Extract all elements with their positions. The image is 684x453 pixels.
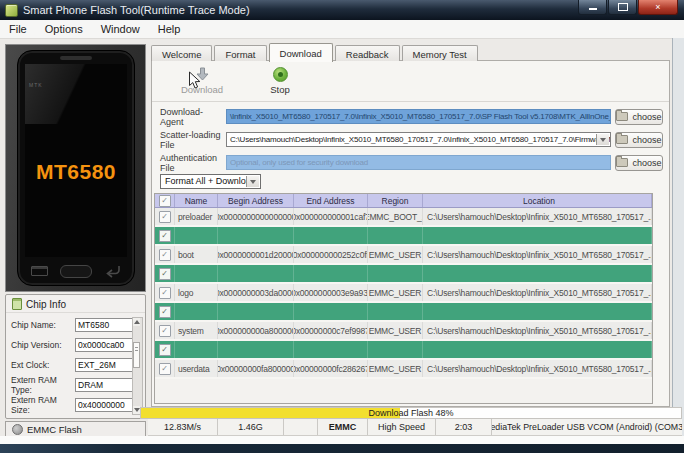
tab-format[interactable]: Format	[214, 45, 266, 61]
phone-glare	[25, 64, 127, 124]
download-mode-value: Format All + Download	[165, 176, 256, 186]
row-checkbox[interactable]: ✓	[155, 360, 175, 377]
column-header-end-address[interactable]: End Address	[294, 194, 368, 207]
close-button[interactable]: ×	[638, 0, 678, 15]
phone-brand-label: MTK	[29, 82, 43, 88]
partition-table: ✓NameBegin AddressEnd AddressRegionLocat…	[154, 193, 653, 404]
auth-file-choose-button[interactable]: choose	[615, 155, 663, 171]
table-row-selected[interactable]: ✓	[155, 265, 652, 284]
chevron-down-icon[interactable]	[246, 176, 259, 187]
cell-region	[368, 303, 423, 320]
scatter-file-label: Scatter-loading File	[160, 130, 226, 150]
cell-begin	[218, 341, 294, 358]
chip-field-value[interactable]: 0x0000ca00	[75, 338, 133, 352]
cell-name: logo	[175, 284, 218, 301]
phone-speaker	[60, 56, 92, 60]
phone-screen: MTK MT6580	[25, 64, 127, 257]
menu-item-file[interactable]: File	[0, 21, 36, 37]
chip-info-title: Chip Info	[26, 299, 66, 310]
chip-field-value[interactable]: EXT_26M	[75, 358, 133, 372]
scroll-down-icon[interactable]	[133, 406, 140, 414]
row-checkbox[interactable]: ✓	[155, 341, 175, 358]
cell-region	[368, 265, 423, 282]
column-header-location[interactable]: Location	[423, 194, 652, 207]
minimize-button[interactable]	[578, 0, 607, 15]
row-checkbox[interactable]: ✓	[155, 284, 175, 301]
cell-end: 0x000000000252c0ff	[294, 246, 368, 263]
menu-bar: FileOptionsWindowHelp	[0, 20, 684, 39]
row-checkbox[interactable]: ✓	[155, 246, 175, 263]
menu-item-options[interactable]: Options	[36, 21, 92, 37]
chevron-down-icon[interactable]	[596, 134, 609, 145]
download-button[interactable]: Download	[170, 65, 234, 95]
scatter-file-combobox[interactable]: C:\Users\hamouch\Desktop\Infinix_X5010_M…	[226, 132, 611, 147]
cell-location: C:\Users\hamouch\Desktop\Infinix_X5010_M…	[423, 360, 652, 377]
window-title: Smart Phone Flash Tool(Runtime Trace Mod…	[23, 4, 250, 16]
tab-download[interactable]: Download	[269, 43, 333, 62]
scrollbar-thumb[interactable]	[133, 342, 140, 368]
chip-field-value[interactable]: DRAM	[75, 378, 133, 392]
row-checkbox[interactable]: ✓	[155, 208, 175, 225]
cell-region: EMMC_USER	[368, 322, 423, 339]
menu-item-help[interactable]: Help	[149, 21, 190, 37]
cell-end	[294, 303, 368, 320]
tab-welcome[interactable]: Welcome	[151, 45, 212, 61]
app-window: Smart Phone Flash Tool(Runtime Trace Mod…	[0, 0, 684, 453]
table-row-userdata[interactable]: ✓userdata0x00000000fa8000000x00000000fc2…	[155, 360, 652, 379]
scroll-up-icon[interactable]	[133, 318, 140, 326]
auth-file-field[interactable]: Optional, only used for security downloa…	[226, 155, 611, 170]
table-row-logo[interactable]: ✓logo0x0000000003da00000x0000000003e9a93…	[155, 284, 652, 303]
column-header-region[interactable]: Region	[368, 194, 423, 207]
table-row-selected[interactable]: ✓	[155, 227, 652, 246]
cell-name	[175, 303, 218, 320]
row-checkbox[interactable]: ✓	[155, 265, 175, 282]
table-row-selected[interactable]: ✓	[155, 341, 652, 360]
phone-body: MTK MT6580	[17, 50, 135, 286]
cell-location: C:\Users\hamouch\Desktop\Infinix_X5010_M…	[423, 284, 652, 301]
row-checkbox[interactable]: ✓	[155, 303, 175, 320]
cell-location: C:\Users\hamouch\Desktop\Infinix_X5010_M…	[423, 322, 652, 339]
table-row-system[interactable]: ✓system0x000000000a8000000x00000000c7ef9…	[155, 322, 652, 341]
download-agent-label: Download-Agent	[160, 107, 226, 127]
download-agent-field[interactable]: \Infinix_X5010_MT6580_170517_7.0\Infinix…	[226, 109, 611, 124]
table-row-selected[interactable]: ✓	[155, 303, 652, 322]
status-empty	[284, 419, 318, 435]
table-row-boot[interactable]: ✓boot0x0000000001d200000x000000000252c0f…	[155, 246, 652, 265]
cell-name: boot	[175, 246, 218, 263]
chip-field-value[interactable]: MT6580	[75, 318, 133, 332]
menu-item-window[interactable]: Window	[92, 21, 149, 37]
chip-field-extern-ram-size-: Extern RAM Size:0x40000000	[6, 395, 133, 415]
status-storage-type: EMMC	[318, 419, 368, 435]
tab-readback[interactable]: Readback	[335, 45, 400, 61]
cell-end	[294, 265, 368, 282]
chip-info-panel: Chip Info Chip Name:MT6580Chip Version:0…	[5, 294, 146, 419]
cell-region	[368, 341, 423, 358]
progress-label: Download Flash 48%	[141, 408, 681, 419]
table-row-preloader[interactable]: ✓preloader0x00000000000000000x0000000000…	[155, 208, 652, 227]
column-header-name[interactable]: Name	[175, 194, 218, 207]
phone-menu-key-icon	[31, 266, 48, 276]
cell-location	[423, 303, 652, 320]
flash-icon	[12, 424, 23, 435]
download-mode-select[interactable]: Format All + Download	[160, 174, 261, 189]
cell-region	[368, 227, 423, 244]
stop-button[interactable]: Stop	[248, 65, 312, 95]
chip-field-ext-clock-: Ext Clock:EXT_26M	[6, 355, 133, 375]
status-data-size: 1.46G	[218, 419, 284, 435]
select-all-checkbox[interactable]: ✓	[155, 194, 175, 207]
download-tab-panel: Download Stop Download-Agent \Infinix_X5…	[151, 60, 670, 407]
cell-region: EMMC_USER	[368, 360, 423, 377]
scatter-file-choose-button[interactable]: choose	[615, 132, 663, 148]
cell-end: 0x0000000003e9a93f	[294, 284, 368, 301]
emmc-flash-section[interactable]: EMMC Flash	[5, 421, 146, 437]
download-agent-choose-button[interactable]: choose	[615, 109, 663, 125]
chip-info-scrollbar[interactable]	[132, 317, 143, 415]
maximize-button[interactable]	[608, 0, 637, 15]
tab-memory-test[interactable]: Memory Test	[402, 45, 478, 61]
column-header-begin-address[interactable]: Begin Address	[218, 194, 294, 207]
status-usb-speed: High Speed	[368, 419, 436, 435]
row-checkbox[interactable]: ✓	[155, 322, 175, 339]
row-checkbox[interactable]: ✓	[155, 227, 175, 244]
auth-file-label: Authentication File	[160, 153, 226, 173]
chip-field-value[interactable]: 0x40000000	[75, 398, 133, 412]
